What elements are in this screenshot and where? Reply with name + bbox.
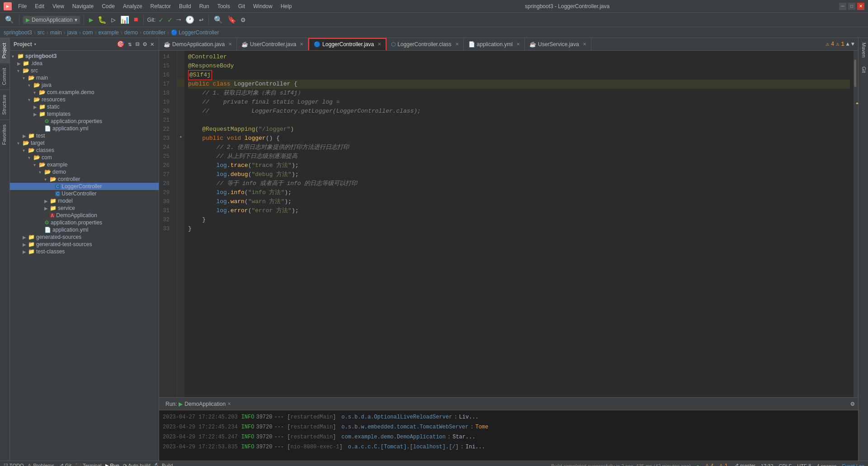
tab-close-icon[interactable]: ✕ bbox=[228, 42, 232, 47]
panel-icon-collapse[interactable]: ⊟ bbox=[135, 40, 140, 48]
tree-item-demo-application[interactable]: A DemoApplication bbox=[10, 212, 159, 219]
tree-item-app-yml-resources[interactable]: 📄 application.yml bbox=[10, 125, 159, 132]
menu-edit[interactable]: Edit bbox=[31, 2, 48, 10]
menu-git[interactable]: Git bbox=[235, 2, 249, 10]
git-check2-icon[interactable]: ✓ bbox=[166, 15, 174, 24]
maximize-button[interactable]: □ bbox=[848, 3, 855, 10]
settings-icon[interactable]: ⚙ bbox=[240, 15, 247, 24]
sidebar-item-project[interactable]: Project bbox=[0, 38, 9, 63]
tree-item-example[interactable]: ▾ 📂 example bbox=[10, 161, 159, 168]
git-arrow-icon[interactable]: → bbox=[175, 16, 183, 24]
panel-icon-settings[interactable]: ⚙ bbox=[142, 40, 147, 48]
collapse-icon[interactable]: ▼ bbox=[851, 41, 854, 48]
panel-dropdown-icon[interactable]: ▾ bbox=[34, 42, 37, 47]
tree-item-com[interactable]: ▾ 📂 com bbox=[10, 154, 159, 161]
breadcrumb-java[interactable]: java bbox=[67, 29, 77, 36]
tab-close-icon[interactable]: ✕ bbox=[583, 42, 586, 47]
tab-application-yml[interactable]: 📄 application.yml ✕ bbox=[464, 38, 525, 51]
tab-close-icon[interactable]: ✕ bbox=[516, 42, 520, 47]
tree-item-main[interactable]: ▾ 📂 main bbox=[10, 74, 159, 81]
menu-analyze[interactable]: Analyze bbox=[119, 2, 146, 10]
breadcrumb-main[interactable]: main bbox=[50, 29, 62, 36]
breadcrumb-springboot3[interactable]: springboot3 bbox=[4, 29, 32, 36]
tab-close-icon[interactable]: ✕ bbox=[300, 42, 303, 47]
menu-help[interactable]: Help bbox=[277, 2, 296, 10]
run-tab-close-icon[interactable]: ✕ bbox=[227, 401, 231, 406]
status-tab-git[interactable]: ⎇ Git bbox=[58, 463, 71, 466]
status-crlf[interactable]: CRLF bbox=[779, 463, 792, 466]
sidebar-item-commit[interactable]: Commit bbox=[0, 63, 9, 90]
expand-icon[interactable]: ▲ bbox=[846, 41, 849, 48]
menu-view[interactable]: View bbox=[49, 2, 68, 10]
status-charset[interactable]: UTF-8 bbox=[797, 463, 811, 466]
debug-button[interactable]: 🐛 bbox=[96, 15, 108, 24]
status-git[interactable]: ⎇ master bbox=[733, 463, 755, 466]
git-undo-icon[interactable]: ↩ bbox=[198, 15, 205, 24]
tab-logger-controller-class[interactable]: ⬡ LoggerController.class ✕ bbox=[387, 38, 463, 51]
tree-item-com-example-demo[interactable]: ▾ 📂 com.example.demo bbox=[10, 89, 159, 96]
tree-item-target-yml[interactable]: 📄 application.yml bbox=[10, 226, 159, 233]
tree-item-springboot3[interactable]: ▾ 📁 springboot3 bbox=[10, 52, 159, 60]
tab-close-icon[interactable]: ✕ bbox=[377, 42, 381, 47]
find-icon[interactable]: 🔍 bbox=[212, 15, 224, 24]
status-indent[interactable]: 4 spaces bbox=[816, 463, 836, 466]
status-tab-run[interactable]: ▶ Run bbox=[105, 463, 119, 466]
tab-close-icon[interactable]: ✕ bbox=[455, 42, 459, 47]
tab-logger-controller[interactable]: 🔵 LoggerController.java ✕ bbox=[308, 38, 387, 51]
close-button[interactable]: ✕ bbox=[857, 3, 864, 10]
right-tab-maven[interactable]: Maven bbox=[859, 38, 868, 62]
tree-item-resources[interactable]: ▾ 📂 resources bbox=[10, 96, 159, 103]
run-with-coverage-button[interactable]: ▷ bbox=[110, 15, 117, 24]
breadcrumb-controller[interactable]: controller bbox=[143, 29, 165, 36]
tree-item-logger-controller[interactable]: C LoggerController bbox=[10, 183, 159, 190]
tab-user-service[interactable]: ☕ UserService.java ✕ bbox=[525, 38, 591, 51]
menu-window[interactable]: Window bbox=[250, 2, 276, 10]
tree-item-demo[interactable]: ▾ 📂 demo bbox=[10, 168, 159, 176]
tree-item-target[interactable]: ▾ 📂 target bbox=[10, 139, 159, 147]
run-config-dropdown[interactable]: ▶ DemoApplication ▾ bbox=[23, 16, 80, 24]
menu-navigate[interactable]: Navigate bbox=[69, 2, 97, 10]
menu-file[interactable]: File bbox=[14, 2, 30, 10]
tree-item-idea[interactable]: ▶ 📁 .idea bbox=[10, 60, 159, 67]
bookmark-icon[interactable]: 🔖 bbox=[226, 15, 238, 24]
right-tab-git[interactable]: Git bbox=[859, 62, 868, 77]
menu-refactor[interactable]: Refactor bbox=[147, 2, 175, 10]
tree-item-generated-sources[interactable]: ▶ 📁 generated-sources bbox=[10, 233, 159, 241]
menu-tools[interactable]: Tools bbox=[214, 2, 234, 10]
tree-item-model[interactable]: ▶ 📁 model bbox=[10, 197, 159, 204]
tab-user-controller[interactable]: ☕ UserController.java ✕ bbox=[237, 38, 308, 51]
breadcrumb-demo[interactable]: demo bbox=[124, 29, 138, 36]
tab-demo-application[interactable]: ☕ DemoApplication.java ✕ bbox=[159, 38, 237, 51]
tree-item-templates[interactable]: ▶ 📁 templates bbox=[10, 110, 159, 118]
git-clock-icon[interactable]: 🕐 bbox=[184, 15, 196, 24]
tree-item-user-controller[interactable]: C UserController bbox=[10, 190, 159, 197]
menu-run[interactable]: Run bbox=[196, 2, 213, 10]
status-tab-terminal[interactable]: ⬛ Terminal bbox=[75, 463, 101, 466]
sidebar-item-favorites[interactable]: Favorites bbox=[0, 119, 9, 149]
menu-code[interactable]: Code bbox=[98, 2, 118, 10]
tree-item-test-classes[interactable]: ▶ 📁 test-classes bbox=[10, 248, 159, 255]
tree-item-src[interactable]: ▾ 📂 src bbox=[10, 67, 159, 74]
tree-item-generated-test-sources[interactable]: ▶ 📁 generated-test-sources bbox=[10, 241, 159, 248]
breadcrumb-com[interactable]: com bbox=[83, 29, 93, 36]
tree-item-service[interactable]: ▶ 📁 service bbox=[10, 204, 159, 212]
status-tab-problems[interactable]: ⚠ Problems bbox=[27, 463, 54, 466]
code-content[interactable]: @Controller @ResponseBody @Slf4j public … bbox=[184, 51, 854, 397]
tree-item-test[interactable]: ▶ 📁 test bbox=[10, 132, 159, 139]
panel-icon-sort[interactable]: ⇅ bbox=[127, 40, 132, 48]
tree-item-app-properties[interactable]: ⚙ application.properties bbox=[10, 118, 159, 125]
tree-item-classes[interactable]: ▾ 📂 classes bbox=[10, 147, 159, 154]
tree-item-target-properties[interactable]: ⚙ application.properties bbox=[10, 219, 159, 226]
run-button[interactable]: ▶ bbox=[88, 15, 95, 24]
panel-icon-close[interactable]: ✕ bbox=[150, 40, 155, 48]
stop-button[interactable]: ■ bbox=[132, 16, 140, 24]
tree-item-controller[interactable]: ▾ 📂 controller bbox=[10, 176, 159, 183]
git-check1-icon[interactable]: ✓ bbox=[157, 15, 165, 24]
scrollbar-track[interactable] bbox=[854, 51, 858, 397]
status-tab-build[interactable]: 🔨 Build bbox=[154, 463, 173, 466]
menu-build[interactable]: Build bbox=[175, 2, 195, 10]
breadcrumb-class[interactable]: 🔵LoggerController bbox=[171, 29, 219, 36]
navigate-back-icon[interactable]: 🔍 bbox=[4, 15, 15, 24]
breadcrumb-src[interactable]: src bbox=[38, 29, 45, 36]
status-tab-todo[interactable]: ☑ TODO bbox=[4, 463, 24, 466]
